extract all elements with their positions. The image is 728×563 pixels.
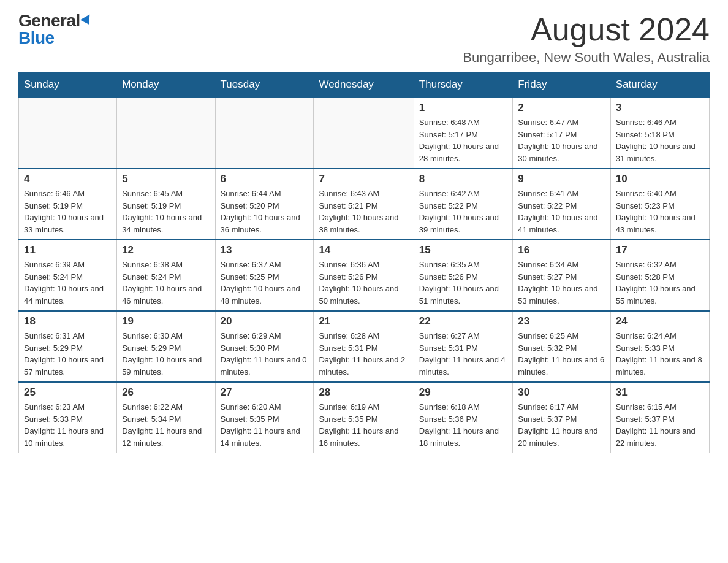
calendar-day-cell: 31Sunrise: 6:15 AMSunset: 5:37 PMDayligh… [610, 382, 709, 453]
calendar-day-cell: 22Sunrise: 6:27 AMSunset: 5:31 PMDayligh… [414, 311, 513, 382]
day-number: 16 [518, 244, 605, 256]
day-number: 14 [319, 244, 408, 256]
calendar-week-row: 25Sunrise: 6:23 AMSunset: 5:33 PMDayligh… [19, 382, 710, 453]
calendar-day-cell: 11Sunrise: 6:39 AMSunset: 5:24 PMDayligh… [19, 240, 117, 311]
title-section: August 2024 Bungarribee, New South Wales… [463, 12, 710, 66]
calendar-day-cell: 13Sunrise: 6:37 AMSunset: 5:25 PMDayligh… [215, 240, 314, 311]
day-number: 11 [24, 244, 112, 256]
day-number: 1 [419, 102, 508, 114]
calendar-day-cell: 25Sunrise: 6:23 AMSunset: 5:33 PMDayligh… [19, 382, 117, 453]
calendar-day-cell: 26Sunrise: 6:22 AMSunset: 5:34 PMDayligh… [117, 382, 215, 453]
day-info: Sunrise: 6:44 AMSunset: 5:20 PMDaylight:… [221, 188, 309, 236]
calendar-day-cell: 5Sunrise: 6:45 AMSunset: 5:19 PMDaylight… [117, 169, 215, 240]
day-number: 31 [616, 386, 704, 399]
calendar-day-cell: 2Sunrise: 6:47 AMSunset: 5:17 PMDaylight… [513, 98, 610, 169]
day-number: 6 [221, 173, 309, 185]
calendar-day-cell: 14Sunrise: 6:36 AMSunset: 5:26 PMDayligh… [314, 240, 414, 311]
calendar-day-cell: 1Sunrise: 6:48 AMSunset: 5:17 PMDaylight… [414, 98, 513, 169]
logo: General Blue [18, 12, 93, 47]
day-info: Sunrise: 6:27 AMSunset: 5:31 PMDaylight:… [419, 330, 508, 378]
day-info: Sunrise: 6:47 AMSunset: 5:17 PMDaylight:… [518, 117, 605, 164]
day-of-week-header: Wednesday [314, 72, 414, 98]
day-number: 15 [419, 244, 508, 256]
day-info: Sunrise: 6:19 AMSunset: 5:35 PMDaylight:… [319, 401, 408, 449]
day-info: Sunrise: 6:35 AMSunset: 5:26 PMDaylight:… [419, 259, 508, 307]
day-info: Sunrise: 6:22 AMSunset: 5:34 PMDaylight:… [122, 401, 210, 449]
calendar-day-cell: 12Sunrise: 6:38 AMSunset: 5:24 PMDayligh… [117, 240, 215, 311]
day-number: 29 [419, 386, 508, 399]
day-info: Sunrise: 6:18 AMSunset: 5:36 PMDaylight:… [419, 401, 508, 449]
day-info: Sunrise: 6:36 AMSunset: 5:26 PMDaylight:… [319, 259, 408, 307]
day-info: Sunrise: 6:15 AMSunset: 5:37 PMDaylight:… [616, 401, 704, 449]
day-info: Sunrise: 6:38 AMSunset: 5:24 PMDaylight:… [122, 259, 210, 307]
calendar-week-row: 1Sunrise: 6:48 AMSunset: 5:17 PMDaylight… [19, 98, 710, 169]
day-number: 24 [616, 315, 704, 327]
day-of-week-header: Saturday [610, 72, 709, 98]
day-info: Sunrise: 6:41 AMSunset: 5:22 PMDaylight:… [518, 188, 605, 236]
day-of-week-header: Thursday [414, 72, 513, 98]
day-number: 2 [518, 102, 605, 114]
day-of-week-header: Tuesday [215, 72, 314, 98]
day-info: Sunrise: 6:29 AMSunset: 5:30 PMDaylight:… [221, 330, 309, 378]
logo-general-text: General [18, 12, 80, 29]
day-info: Sunrise: 6:42 AMSunset: 5:22 PMDaylight:… [419, 188, 508, 236]
calendar-day-cell: 6Sunrise: 6:44 AMSunset: 5:20 PMDaylight… [215, 169, 314, 240]
calendar-header-row: SundayMondayTuesdayWednesdayThursdayFrid… [19, 72, 710, 98]
calendar-day-cell: 21Sunrise: 6:28 AMSunset: 5:31 PMDayligh… [314, 311, 414, 382]
day-info: Sunrise: 6:39 AMSunset: 5:24 PMDaylight:… [24, 259, 112, 307]
day-number: 9 [518, 173, 605, 185]
day-number: 30 [518, 386, 605, 399]
month-year-title: August 2024 [463, 12, 710, 47]
day-number: 7 [319, 173, 408, 185]
day-number: 20 [221, 315, 309, 327]
calendar-day-cell: 28Sunrise: 6:19 AMSunset: 5:35 PMDayligh… [314, 382, 414, 453]
calendar-day-cell: 19Sunrise: 6:30 AMSunset: 5:29 PMDayligh… [117, 311, 215, 382]
day-info: Sunrise: 6:31 AMSunset: 5:29 PMDaylight:… [24, 330, 112, 378]
calendar-day-cell: 18Sunrise: 6:31 AMSunset: 5:29 PMDayligh… [19, 311, 117, 382]
day-info: Sunrise: 6:32 AMSunset: 5:28 PMDaylight:… [616, 259, 704, 307]
location-subtitle: Bungarribee, New South Wales, Australia [463, 50, 710, 66]
page-header: General Blue August 2024 Bungarribee, Ne… [18, 12, 710, 66]
day-number: 10 [616, 173, 704, 185]
calendar-day-cell: 30Sunrise: 6:17 AMSunset: 5:37 PMDayligh… [513, 382, 610, 453]
day-info: Sunrise: 6:43 AMSunset: 5:21 PMDaylight:… [319, 188, 408, 236]
day-of-week-header: Sunday [19, 72, 117, 98]
day-info: Sunrise: 6:23 AMSunset: 5:33 PMDaylight:… [24, 401, 112, 449]
day-number: 28 [319, 386, 408, 399]
day-number: 21 [319, 315, 408, 327]
calendar-table: SundayMondayTuesdayWednesdayThursdayFrid… [18, 72, 710, 453]
day-number: 26 [122, 386, 210, 399]
day-info: Sunrise: 6:34 AMSunset: 5:27 PMDaylight:… [518, 259, 605, 307]
calendar-day-cell: 16Sunrise: 6:34 AMSunset: 5:27 PMDayligh… [513, 240, 610, 311]
day-number: 13 [221, 244, 309, 256]
calendar-day-cell: 7Sunrise: 6:43 AMSunset: 5:21 PMDaylight… [314, 169, 414, 240]
day-info: Sunrise: 6:45 AMSunset: 5:19 PMDaylight:… [122, 188, 210, 236]
day-info: Sunrise: 6:40 AMSunset: 5:23 PMDaylight:… [616, 188, 704, 236]
calendar-day-cell: 29Sunrise: 6:18 AMSunset: 5:36 PMDayligh… [414, 382, 513, 453]
day-number: 5 [122, 173, 210, 185]
calendar-day-cell: 17Sunrise: 6:32 AMSunset: 5:28 PMDayligh… [610, 240, 709, 311]
calendar-day-cell: 23Sunrise: 6:25 AMSunset: 5:32 PMDayligh… [513, 311, 610, 382]
day-info: Sunrise: 6:46 AMSunset: 5:18 PMDaylight:… [616, 117, 704, 164]
calendar-week-row: 18Sunrise: 6:31 AMSunset: 5:29 PMDayligh… [19, 311, 710, 382]
calendar-day-cell [215, 98, 314, 169]
day-number: 8 [419, 173, 508, 185]
calendar-day-cell [117, 98, 215, 169]
day-of-week-header: Friday [513, 72, 610, 98]
calendar-day-cell: 9Sunrise: 6:41 AMSunset: 5:22 PMDaylight… [513, 169, 610, 240]
day-of-week-header: Monday [117, 72, 215, 98]
day-number: 18 [24, 315, 112, 327]
calendar-day-cell: 27Sunrise: 6:20 AMSunset: 5:35 PMDayligh… [215, 382, 314, 453]
day-number: 19 [122, 315, 210, 327]
calendar-day-cell: 4Sunrise: 6:46 AMSunset: 5:19 PMDaylight… [19, 169, 117, 240]
day-number: 17 [616, 244, 704, 256]
day-info: Sunrise: 6:30 AMSunset: 5:29 PMDaylight:… [122, 330, 210, 378]
calendar-week-row: 4Sunrise: 6:46 AMSunset: 5:19 PMDaylight… [19, 169, 710, 240]
calendar-day-cell: 24Sunrise: 6:24 AMSunset: 5:33 PMDayligh… [610, 311, 709, 382]
calendar-day-cell: 8Sunrise: 6:42 AMSunset: 5:22 PMDaylight… [414, 169, 513, 240]
day-info: Sunrise: 6:24 AMSunset: 5:33 PMDaylight:… [616, 330, 704, 378]
calendar-day-cell [314, 98, 414, 169]
day-number: 23 [518, 315, 605, 327]
day-number: 3 [616, 102, 704, 114]
day-info: Sunrise: 6:28 AMSunset: 5:31 PMDaylight:… [319, 330, 408, 378]
